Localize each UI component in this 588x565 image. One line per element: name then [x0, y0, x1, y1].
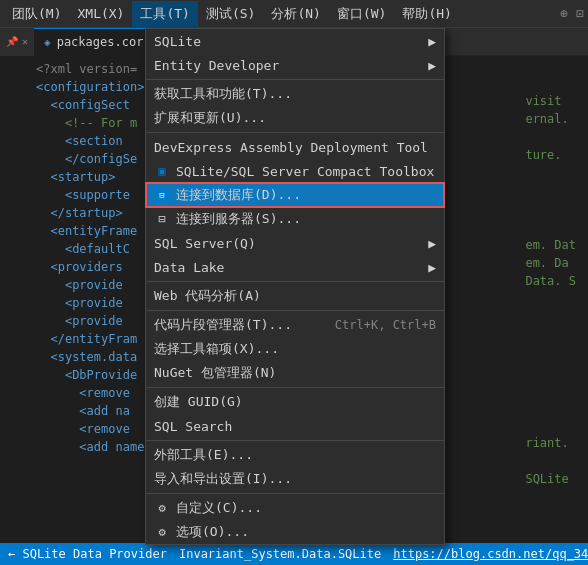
- web-analysis-label: Web 代码分析(A): [154, 287, 261, 305]
- import-export-label: 导入和导出设置(I)...: [154, 470, 292, 488]
- sql-search-label: SQL Search: [154, 419, 232, 434]
- line-content: <providers: [36, 260, 123, 274]
- shortcut-label: Ctrl+K, Ctrl+B: [335, 318, 436, 332]
- arrow-icon: ▶: [428, 34, 436, 49]
- line-content: <configSect: [36, 98, 130, 112]
- sqlite-toolbox-icon: ▣: [154, 163, 170, 179]
- get-tools-label: 获取工具和功能(T)...: [154, 85, 292, 103]
- menu-item-code-snippet[interactable]: 代码片段管理器(T)... Ctrl+K, Ctrl+B: [146, 313, 444, 337]
- menu-item-connect-server[interactable]: ⊟ 连接到服务器(S)...: [146, 207, 444, 231]
- code-snippet-label: 代码片段管理器(T)...: [154, 316, 292, 334]
- separator-7: [146, 493, 444, 494]
- line-content: <supporte: [36, 188, 130, 202]
- line-content: </entityFram: [36, 332, 137, 346]
- external-tools-label: 外部工具(E)...: [154, 446, 253, 464]
- db-icon: ⊟: [155, 188, 169, 202]
- status-bar: ← SQLite Data Provider Invariant_System.…: [0, 543, 588, 565]
- status-item-1: ← SQLite Data Provider: [8, 547, 167, 561]
- menu-item-sqlite[interactable]: SQLite ▶: [146, 29, 444, 53]
- line-content: <DbProvide: [36, 368, 137, 382]
- menu-tools[interactable]: 工具(T): [132, 1, 197, 27]
- line-content: <add na: [36, 404, 130, 418]
- sqlite-label: SQLite: [154, 34, 201, 49]
- arrow-icon: ▶: [428, 260, 436, 275]
- menu-window[interactable]: 窗口(W): [329, 1, 394, 27]
- options-label: 选项(O)...: [176, 523, 249, 541]
- line-content: <provide: [36, 314, 123, 328]
- line-content: <provide: [36, 296, 123, 310]
- line-content: <!-- For m: [36, 116, 137, 130]
- menu-item-create-guid[interactable]: 创建 GUID(G): [146, 390, 444, 414]
- menu-analysis[interactable]: 分析(N): [263, 1, 328, 27]
- connect-db-label: 连接到数据库(D)...: [176, 186, 301, 204]
- devexpress-label: DevExpress Assembly Deployment Tool: [154, 140, 428, 155]
- menu-item-nuget[interactable]: NuGet 包管理器(N): [146, 361, 444, 385]
- sqlite-toolbox-label: SQLite/SQL Server Compact Toolbox: [176, 164, 434, 179]
- line-content: </configSe: [36, 152, 137, 166]
- tab-close-left[interactable]: ✕: [22, 36, 28, 47]
- menu-item-import-export[interactable]: 导入和导出设置(I)...: [146, 467, 444, 491]
- menu-item-choose-tools[interactable]: 选择工具箱项(X)...: [146, 337, 444, 361]
- entity-developer-label: Entity Developer: [154, 58, 279, 73]
- menu-help[interactable]: 帮助(H): [394, 1, 459, 27]
- menu-item-customize[interactable]: ⚙ 自定义(C)...: [146, 496, 444, 520]
- choose-tools-label: 选择工具箱项(X)...: [154, 340, 279, 358]
- separator-1: [146, 79, 444, 80]
- tools-dropdown-menu: SQLite ▶ Entity Developer ▶ 获取工具和功能(T)..…: [145, 28, 445, 545]
- line-content: <provide: [36, 278, 123, 292]
- line-content: <entityFrame: [36, 224, 137, 238]
- menu-item-web-analysis[interactable]: Web 代码分析(A): [146, 284, 444, 308]
- menu-item-devexpress[interactable]: DevExpress Assembly Deployment Tool: [146, 135, 444, 159]
- connect-db-icon: ⊟: [154, 187, 170, 203]
- create-guid-label: 创建 GUID(G): [154, 393, 243, 411]
- line-content: <system.data: [36, 350, 137, 364]
- status-item-url[interactable]: https://blog.csdn.net/qq_34202873: [393, 547, 588, 561]
- data-lake-label: Data Lake: [154, 260, 224, 275]
- separator-2: [146, 132, 444, 133]
- menu-item-connect-db[interactable]: ⊟ 连接到数据库(D)...: [146, 183, 444, 207]
- connect-server-label: 连接到服务器(S)...: [176, 210, 301, 228]
- separator-4: [146, 310, 444, 311]
- menu-item-sql-server[interactable]: SQL Server(Q) ▶: [146, 231, 444, 255]
- expand-update-label: 扩展和更新(U)...: [154, 109, 266, 127]
- menu-item-get-tools[interactable]: 获取工具和功能(T)...: [146, 82, 444, 106]
- menu-test[interactable]: 测试(S): [198, 1, 263, 27]
- arrow-icon: ▶: [428, 236, 436, 251]
- arrow-icon: ▶: [428, 58, 436, 73]
- line-content: <remove: [36, 422, 130, 436]
- options-icon: ⚙: [154, 524, 170, 540]
- tab-icon: ◈: [44, 36, 51, 49]
- line-content: </startup>: [36, 206, 123, 220]
- menu-bar: 团队(M) XML(X) 工具(T) 测试(S) 分析(N) 窗口(W) 帮助(…: [0, 0, 588, 28]
- menu-item-options[interactable]: ⚙ 选项(O)...: [146, 520, 444, 544]
- customize-icon: ⚙: [154, 500, 170, 516]
- menu-item-external-tools[interactable]: 外部工具(E)...: [146, 443, 444, 467]
- toolbar-icon-2[interactable]: ⊡: [576, 6, 584, 21]
- menu-item-data-lake[interactable]: Data Lake ▶: [146, 255, 444, 279]
- status-item-2: Invariant_System.Data.SQLite: [179, 547, 381, 561]
- sql-server-label: SQL Server(Q): [154, 236, 256, 251]
- menu-item-sqlite-toolbox[interactable]: ▣ SQLite/SQL Server Compact Toolbox: [146, 159, 444, 183]
- separator-5: [146, 387, 444, 388]
- connect-server-icon: ⊟: [154, 211, 170, 227]
- menu-item-sql-search[interactable]: SQL Search: [146, 414, 444, 438]
- tab-label: packages.cor: [57, 35, 144, 49]
- menu-xml[interactable]: XML(X): [69, 2, 132, 25]
- line-content: <?xml version=: [36, 62, 137, 76]
- menu-item-entity-developer[interactable]: Entity Developer ▶: [146, 53, 444, 77]
- line-content: <remove: [36, 386, 130, 400]
- line-content: <add name=: [36, 440, 152, 454]
- separator-3: [146, 281, 444, 282]
- customize-label: 自定义(C)...: [176, 499, 262, 517]
- nuget-label: NuGet 包管理器(N): [154, 364, 276, 382]
- line-content: <defaultC: [36, 242, 130, 256]
- tab-pin-icon: 📌: [6, 36, 18, 47]
- toolbar-icon-1[interactable]: ⊕: [560, 6, 568, 21]
- line-content: <startup>: [36, 170, 115, 184]
- right-hints: visiternal.ture.em. Datem. DaData. Srian…: [525, 92, 576, 488]
- line-content: <configuration>: [36, 80, 144, 94]
- separator-6: [146, 440, 444, 441]
- menu-item-expand-update[interactable]: 扩展和更新(U)...: [146, 106, 444, 130]
- menu-team[interactable]: 团队(M): [4, 1, 69, 27]
- line-content: <section: [36, 134, 123, 148]
